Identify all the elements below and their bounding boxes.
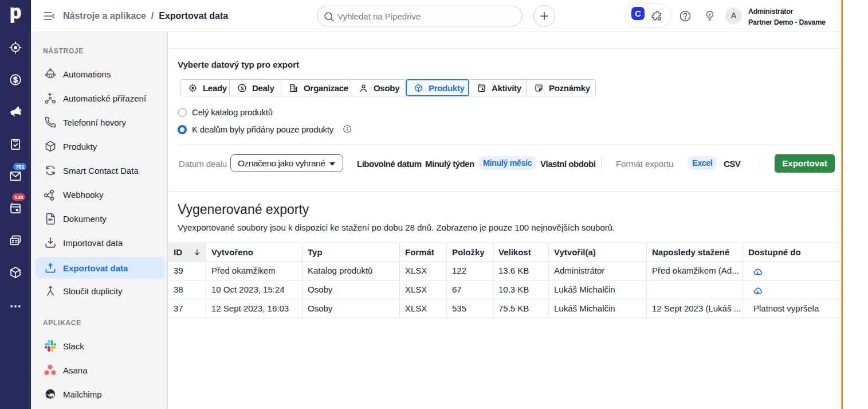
svg-text:$: $ xyxy=(241,84,244,91)
svg-text:$: $ xyxy=(13,75,18,84)
